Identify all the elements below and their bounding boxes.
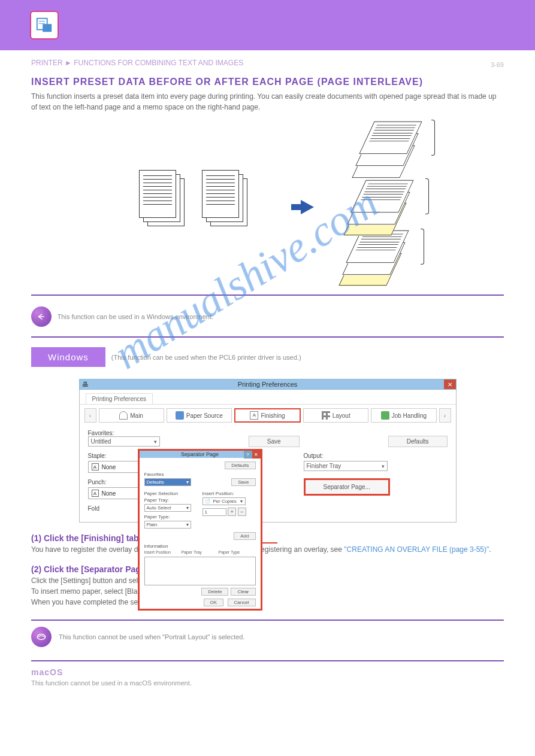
nav-prev-icon[interactable]: ‹ [84, 408, 96, 423]
defaults-button[interactable]: Defaults [388, 436, 448, 447]
note-text: This function cannot be used when "Portr… [59, 633, 245, 640]
cancel-button[interactable]: Cancel [228, 599, 256, 606]
add-button[interactable]: Add [234, 532, 255, 540]
intro-paragraph: This function inserts a preset data item… [31, 91, 504, 117]
macos-heading: macOS [31, 667, 504, 677]
information-label: Information [144, 544, 256, 549]
step2-text2: To insert memo paper, select [Blank Shee… [31, 587, 504, 596]
tab-finishing[interactable]: AFinishing [234, 408, 301, 423]
paper-selection-label: Paper Selection [144, 491, 198, 496]
step1-link[interactable]: "CREATING AN OVERLAY FILE (page 3-55)" [344, 545, 489, 554]
divider [31, 660, 504, 661]
tab-paper-source[interactable]: Paper Source [167, 408, 232, 423]
count-input[interactable]: 1 [202, 508, 226, 516]
info-listbox[interactable] [144, 557, 256, 585]
favorites-label: Favorites: [88, 430, 124, 436]
delete-button[interactable]: Delete [201, 588, 228, 596]
close-icon[interactable]: ✕ [252, 451, 261, 459]
note-icon [31, 627, 52, 647]
top-banner [0, 0, 535, 50]
diagram-illustration [31, 122, 504, 290]
breadcrumb-left[interactable]: PRINTER [31, 59, 63, 67]
insert-position-label: Insert Position: [202, 491, 256, 496]
tab-strip: ‹ Main Paper Source AFinishing Layout Jo… [80, 405, 456, 426]
sub-dialog-titlebar: Separator Page ?✕ [140, 451, 261, 458]
step2-text1: Click the [Settings] button and select t… [31, 576, 504, 585]
col-paper-tray: Paper Tray [182, 550, 219, 554]
printing-preferences-screenshot: 🖶 Printing Preferences ✕ Printing Prefer… [79, 379, 457, 523]
separator-page-dialog: Separator Page ?✕ Defaults Favorites Def… [138, 449, 262, 611]
help-icon[interactable]: ? [244, 451, 252, 459]
tab-layout[interactable]: Layout [303, 408, 368, 423]
paper-tray-label: Paper Tray: [144, 497, 198, 503]
back-note: This function can be used in a Windows e… [58, 313, 213, 320]
windows-badge: Windows [31, 347, 105, 367]
svg-rect-1 [43, 24, 52, 32]
divider [31, 620, 504, 621]
step1-title: (1) Click the [Finishing] tab. [31, 533, 504, 543]
ok-button[interactable]: OK [204, 599, 224, 606]
divider [31, 336, 504, 338]
close-icon[interactable]: ✕ [444, 379, 456, 389]
breadcrumb-right: ► FUNCTIONS FOR COMBINING TEXT AND IMAGE… [65, 59, 243, 67]
divider [31, 294, 504, 296]
step2-text3: When you have completed the settings, cl… [31, 598, 504, 606]
increment-button[interactable]: + [228, 508, 236, 516]
dialog-title: Printing Preferences [238, 381, 298, 388]
output-label: Output: [304, 453, 448, 459]
tab-job-handling[interactable]: Job Handling [371, 408, 436, 423]
clear-button[interactable]: Clear [231, 588, 255, 596]
windows-note: (This function can be used when the PCL6… [111, 354, 301, 361]
sub-defaults-button[interactable]: Defaults [225, 462, 255, 469]
macos-note: This function cannot be used in a macOS … [31, 679, 504, 687]
paper-type-dropdown[interactable]: Plain [144, 521, 191, 529]
paper-type-label: Paper Type: [144, 514, 198, 520]
sub-save-button[interactable]: Save [231, 478, 255, 486]
section-title: INSERT PRESET DATA BEFORE OR AFTER EACH … [31, 68, 504, 91]
dialog-titlebar: 🖶 Printing Preferences ✕ [79, 379, 457, 390]
sub-favorites-dropdown[interactable]: Defaults [144, 478, 191, 486]
favorites-dropdown[interactable]: Untitled [88, 436, 160, 447]
outer-tab[interactable]: Printing Preferences [86, 393, 153, 404]
printer-chapter-icon [30, 11, 59, 40]
sub-favorites-label: Favorites [144, 472, 256, 477]
arrow-icon [301, 200, 314, 214]
tab-main[interactable]: Main [99, 408, 164, 423]
col-paper-type: Paper Type [219, 550, 256, 554]
back-icon[interactable] [31, 306, 52, 327]
col-insert-position: Insert Position [144, 550, 182, 554]
decrement-button[interactable]: − [238, 508, 246, 516]
paper-tray-dropdown[interactable]: Auto Select [144, 504, 191, 512]
save-button[interactable]: Save [249, 436, 300, 447]
separator-page-button[interactable]: Separator Page... [304, 478, 390, 496]
step2-title: (2) Click the [Separator Page] button. [31, 564, 504, 574]
nav-next-icon[interactable]: › [439, 408, 451, 423]
insert-position-dropdown[interactable]: 📄Per Copies [202, 497, 246, 505]
output-dropdown[interactable]: Finisher Tray [304, 461, 388, 471]
